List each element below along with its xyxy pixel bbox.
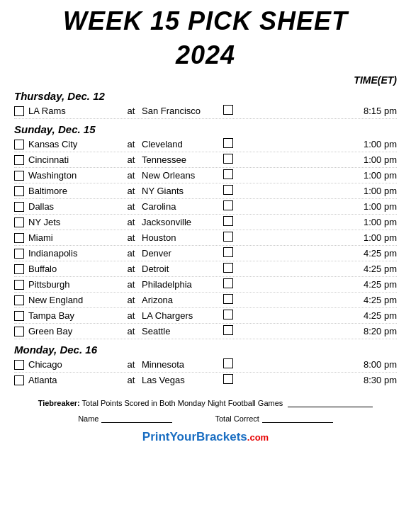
team-home: San Francisco: [142, 106, 223, 116]
at-text: at: [120, 106, 142, 116]
away-checkbox[interactable]: [14, 202, 24, 212]
game-row: Baltimore at NY Giants 1:00 pm: [14, 183, 397, 199]
game-row: Dallas at Carolina 1:00 pm: [14, 199, 397, 215]
away-checkbox[interactable]: [14, 280, 24, 290]
home-checkbox-wrap: [223, 374, 237, 386]
game-time: 4:25 pm: [237, 248, 397, 259]
team-home: New Orleans: [142, 170, 223, 181]
home-checkbox[interactable]: [223, 358, 233, 368]
home-checkbox[interactable]: [223, 325, 233, 335]
team-home: Houston: [142, 232, 223, 243]
day-header: Monday, Dec. 16: [14, 344, 397, 356]
name-label: Name: [78, 414, 98, 423]
game-row: New England at Arizona 4:25 pm: [14, 293, 397, 308]
away-checkbox[interactable]: [14, 264, 24, 274]
game-row: Washington at New Orleans 1:00 pm: [14, 168, 397, 183]
away-checkbox[interactable]: [14, 171, 24, 181]
home-checkbox[interactable]: [223, 247, 233, 257]
away-checkbox[interactable]: [14, 327, 24, 336]
away-checkbox[interactable]: [14, 106, 24, 116]
home-checkbox[interactable]: [223, 278, 233, 288]
home-checkbox[interactable]: [223, 232, 233, 242]
game-row: LA Rams at San Francisco 8:15 pm: [14, 103, 397, 119]
away-checkbox[interactable]: [14, 233, 24, 243]
at-text: at: [120, 279, 142, 290]
home-checkbox[interactable]: [223, 154, 233, 164]
game-time: 1:00 pm: [237, 232, 397, 243]
game-row: Green Bay at Seattle 8:20 pm: [14, 324, 397, 339]
game-row: Indianapolis at Denver 4:25 pm: [14, 246, 397, 261]
team-away: Dallas: [28, 201, 120, 212]
game-time: 8:00 pm: [237, 359, 397, 370]
game-row: Miami at Houston 1:00 pm: [14, 230, 397, 246]
at-text: at: [120, 359, 142, 370]
game-time: 1:00 pm: [237, 201, 397, 212]
at-text: at: [120, 201, 142, 212]
correct-label: Total Correct: [215, 414, 259, 423]
at-text: at: [120, 232, 142, 243]
away-checkbox[interactable]: [14, 249, 24, 259]
game-time: 1:00 pm: [237, 186, 397, 196]
branding: PrintYourBrackets.com: [14, 430, 397, 444]
home-checkbox[interactable]: [223, 105, 233, 115]
team-away: Indianapolis: [28, 248, 120, 259]
away-checkbox[interactable]: [14, 295, 24, 305]
team-home: Jacksonville: [142, 217, 223, 227]
name-correct-row: Name Total Correct: [14, 414, 397, 423]
team-away: Miami: [28, 232, 120, 243]
team-home: Seattle: [142, 326, 223, 336]
at-text: at: [120, 310, 142, 321]
home-checkbox[interactable]: [223, 138, 233, 148]
team-home: LA Chargers: [142, 310, 223, 321]
game-row: Cincinnati at Tennessee 1:00 pm: [14, 152, 397, 168]
page-title: WEEK 15 PICK SHEET 2024: [14, 7, 397, 69]
home-checkbox[interactable]: [223, 263, 233, 273]
home-checkbox-wrap: [223, 105, 237, 117]
team-away: Atlanta: [28, 375, 120, 385]
game-time: 4:25 pm: [237, 295, 397, 305]
game-row: Kansas City at Cleveland 1:00 pm: [14, 137, 397, 152]
team-away: NY Jets: [28, 217, 120, 227]
home-checkbox-wrap: [223, 310, 237, 322]
home-checkbox[interactable]: [223, 216, 233, 226]
team-home: NY Giants: [142, 186, 223, 196]
home-checkbox-wrap: [223, 216, 237, 228]
home-checkbox-wrap: [223, 185, 237, 197]
game-row: NY Jets at Jacksonville 1:00 pm: [14, 215, 397, 230]
team-home: Philadelphia: [142, 279, 223, 290]
branding-text: PrintYourBrackets: [142, 430, 247, 443]
game-time: 8:20 pm: [237, 326, 397, 336]
team-home: Denver: [142, 248, 223, 259]
team-away: Kansas City: [28, 139, 120, 149]
home-checkbox-wrap: [223, 263, 237, 275]
away-checkbox[interactable]: [14, 140, 24, 149]
team-home: Las Vegas: [142, 375, 223, 385]
home-checkbox[interactable]: [223, 310, 233, 319]
at-text: at: [120, 375, 142, 385]
game-time: 4:25 pm: [237, 264, 397, 274]
home-checkbox[interactable]: [223, 185, 233, 195]
away-checkbox[interactable]: [14, 155, 24, 165]
home-checkbox[interactable]: [223, 294, 233, 304]
team-away: Cincinnati: [28, 154, 120, 165]
team-away: Green Bay: [28, 326, 120, 336]
team-away: Washington: [28, 170, 120, 181]
away-checkbox[interactable]: [14, 217, 24, 227]
at-text: at: [120, 295, 142, 305]
home-checkbox[interactable]: [223, 169, 233, 179]
home-checkbox-wrap: [223, 169, 237, 181]
home-checkbox-wrap: [223, 232, 237, 244]
game-time: 1:00 pm: [237, 170, 397, 181]
home-checkbox[interactable]: [223, 374, 233, 384]
at-text: at: [120, 264, 142, 274]
at-text: at: [120, 154, 142, 165]
away-checkbox[interactable]: [14, 186, 24, 196]
home-checkbox[interactable]: [223, 200, 233, 210]
away-checkbox[interactable]: [14, 360, 24, 370]
home-checkbox-wrap: [223, 358, 237, 370]
away-checkbox[interactable]: [14, 375, 24, 385]
tiebreaker-text: Total Points Scored in Both Monday Night…: [82, 399, 283, 407]
team-home: Tennessee: [142, 154, 223, 165]
at-text: at: [120, 326, 142, 336]
away-checkbox[interactable]: [14, 311, 24, 321]
